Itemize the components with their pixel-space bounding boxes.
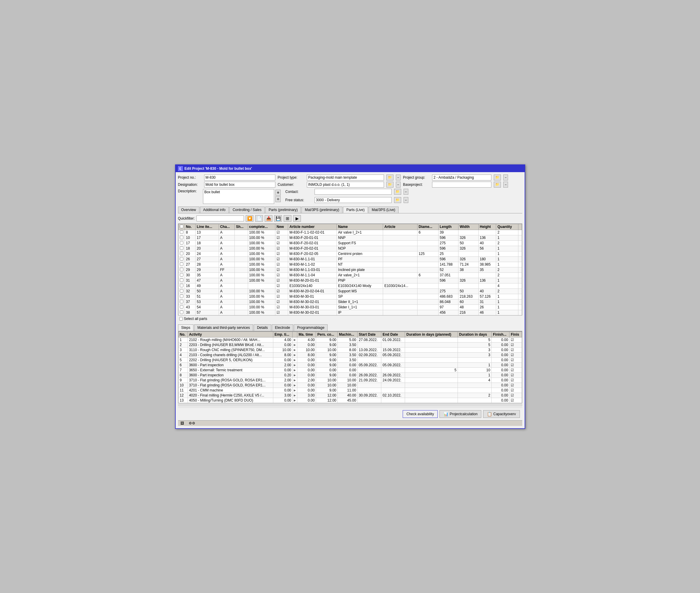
row-checkbox[interactable] <box>180 257 183 261</box>
row-checkbox[interactable] <box>180 278 183 282</box>
scol-no[interactable]: No. <box>178 331 188 337</box>
scol-machin[interactable]: Machin... <box>338 331 358 337</box>
free-status-input[interactable] <box>315 197 392 203</box>
tab-electrode[interactable]: Electrode <box>272 324 293 331</box>
scol-start[interactable]: Start Date <box>358 331 381 337</box>
tab-steps[interactable]: Steps <box>178 324 194 331</box>
project-type-browse-btn[interactable]: 📁 <box>386 174 394 181</box>
quickfilter-input[interactable] <box>197 215 244 222</box>
desc-expand-btn[interactable]: ⊕ <box>275 190 281 196</box>
project-group-input[interactable] <box>432 174 491 181</box>
col-cha[interactable]: Cha... <box>219 224 235 230</box>
scell-tri[interactable]: ▶ <box>293 398 297 403</box>
col-quantity[interactable]: Quantity <box>496 224 518 230</box>
contact-input[interactable] <box>315 189 392 195</box>
row-checkbox[interactable] <box>180 310 183 314</box>
project-group-browse-btn[interactable]: 📁 <box>494 174 501 181</box>
scell-tri[interactable]: ▶ <box>293 357 297 362</box>
import-btn[interactable]: 📥 <box>265 215 273 222</box>
scell-tri[interactable]: ▶ <box>293 378 297 383</box>
scell-tri[interactable]: ▶ <box>293 342 297 347</box>
row-checkbox[interactable] <box>180 273 183 277</box>
description-textarea[interactable]: Box bullet <box>203 189 274 204</box>
save-btn[interactable]: 💾 <box>274 215 282 222</box>
scol-emp-time[interactable]: Emp. ti... <box>273 331 292 337</box>
scol-pers-co[interactable]: Pers. co... <box>316 331 338 337</box>
col-article[interactable]: Article <box>383 224 417 230</box>
customer-clear-btn[interactable]: − <box>396 182 401 188</box>
col-width[interactable]: Width <box>458 224 479 230</box>
select-all-checkbox[interactable] <box>179 317 183 321</box>
tab-additional-info[interactable]: Additional info <box>200 206 229 213</box>
tab-parts-preliminary[interactable]: Parts (preliminary) <box>265 206 301 213</box>
customer-browse-btn[interactable]: 📁 <box>386 182 394 188</box>
row-checkbox[interactable] <box>180 268 183 271</box>
scol-done[interactable]: Finis <box>509 331 522 337</box>
tab-overview[interactable]: Overview <box>178 206 199 213</box>
filter-btn[interactable]: 🔽 <box>246 215 253 222</box>
col-line-item[interactable]: Line ite... <box>196 224 219 230</box>
row-checkbox[interactable] <box>180 252 183 255</box>
scell-tri[interactable]: ▶ <box>293 352 297 357</box>
col-no[interactable]: No. <box>184 224 196 230</box>
tab-parts-live[interactable]: Parts (Live) <box>343 206 368 213</box>
col-height[interactable]: Height <box>478 224 496 230</box>
free-status-clear-btn[interactable]: − <box>404 197 408 203</box>
project-type-clear-btn[interactable]: − <box>396 174 401 181</box>
col-length[interactable]: Length <box>438 224 458 230</box>
scol-dur-plan[interactable]: Duration in days (planned) <box>405 331 458 337</box>
new-btn[interactable]: 📄 <box>255 215 263 222</box>
row-checkbox[interactable] <box>180 289 183 293</box>
row-checkbox[interactable] <box>180 294 183 298</box>
project-no-input[interactable] <box>204 174 275 181</box>
col-sh[interactable]: Sh... <box>235 224 248 230</box>
project-group-clear-btn[interactable]: − <box>503 174 508 181</box>
row-checkbox[interactable] <box>180 236 183 239</box>
row-checkbox[interactable] <box>180 305 183 309</box>
baseproject-clear-btn[interactable]: − <box>503 182 508 188</box>
play-btn[interactable]: ▶ <box>293 215 301 222</box>
tab-mat3ps-live[interactable]: Mat/3PS (Live) <box>369 206 399 213</box>
scell-tri[interactable]: ▶ <box>293 347 297 352</box>
grid-btn[interactable]: ⊞ <box>284 215 291 222</box>
project-calculation-btn[interactable]: 📊 Projectcalculation <box>440 410 481 418</box>
scell-tri[interactable]: ▶ <box>293 372 297 378</box>
row-checkbox[interactable] <box>180 230 183 234</box>
check-availability-btn[interactable]: Check availability <box>403 410 438 418</box>
scol-activity[interactable]: Activity <box>188 331 273 337</box>
select-all-header-checkbox[interactable] <box>180 225 183 228</box>
tab-controlling-sales[interactable]: Controlling / Sales <box>230 206 265 213</box>
row-checkbox[interactable] <box>180 284 183 287</box>
desc-collapse-btn[interactable]: ⊖ <box>275 196 281 202</box>
row-checkbox[interactable] <box>180 300 183 303</box>
col-name[interactable]: Name <box>337 224 383 230</box>
capacity-overview-btn[interactable]: 📋 Capacityoverv <box>483 410 520 418</box>
col-complete[interactable]: complete... <box>248 224 275 230</box>
row-checkbox[interactable] <box>180 262 183 266</box>
col-article-number[interactable]: Article number <box>288 224 337 230</box>
scell-tri[interactable]: ▶ <box>293 393 297 398</box>
contact-browse-btn[interactable]: 📁 <box>394 189 401 195</box>
horizontal-scrollbar[interactable] <box>178 404 522 406</box>
scol-ma-time[interactable]: Ma. time <box>297 331 316 337</box>
scol-end[interactable]: End Date <box>381 331 405 337</box>
scell-tri[interactable]: ▶ <box>293 337 297 342</box>
row-checkbox[interactable] <box>180 246 183 250</box>
scol-dur[interactable]: Duration in days <box>458 331 492 337</box>
customer-input[interactable] <box>307 182 384 188</box>
scol-finish[interactable]: Finish... <box>492 331 509 337</box>
tab-mat3ps-preliminary[interactable]: Mat/3PS (preliminary) <box>301 206 342 213</box>
baseproject-input[interactable] <box>432 182 491 188</box>
col-diameter[interactable]: Diame... <box>417 224 438 230</box>
free-status-browse-btn[interactable]: 📁 <box>394 197 401 203</box>
col-new[interactable]: New <box>275 224 288 230</box>
scell-tri[interactable]: ▶ <box>293 362 297 367</box>
tab-details[interactable]: Details <box>254 324 271 331</box>
project-type-input[interactable] <box>307 174 384 181</box>
scell-tri[interactable]: ▶ <box>293 383 297 388</box>
tab-programmablage[interactable]: Programmablage <box>294 324 328 331</box>
scell-tri[interactable]: ▶ <box>293 388 297 393</box>
scell-tri[interactable]: ▶ <box>293 367 297 372</box>
row-checkbox[interactable] <box>180 241 183 244</box>
tab-materials[interactable]: Materials and third-party services <box>194 324 253 331</box>
